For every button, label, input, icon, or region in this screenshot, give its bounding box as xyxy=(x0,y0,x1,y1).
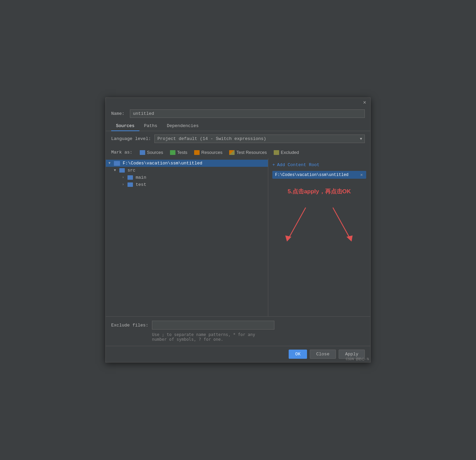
name-input[interactable] xyxy=(130,109,365,118)
ok-button[interactable]: OK xyxy=(289,350,307,359)
mark-test-resources-button[interactable]: Test Resources xyxy=(228,149,268,156)
language-level-label: Language level: xyxy=(111,136,151,141)
content-root-path: F:\Codes\vacation\ssm\untitled xyxy=(275,173,348,177)
tree-panel: ▼ F:\Codes\vacation\ssm\untitled ▼ src ›… xyxy=(106,158,268,316)
content-area: ▼ F:\Codes\vacation\ssm\untitled ▼ src ›… xyxy=(106,158,370,316)
svg-marker-1 xyxy=(285,235,291,242)
arrows-graphic xyxy=(278,201,360,245)
test-resources-folder-icon xyxy=(229,150,235,155)
language-level-select[interactable]: Project default (14 - Switch expressions… xyxy=(154,135,365,143)
mark-excluded-label: Excluded xyxy=(281,150,299,155)
exclude-files-row: Exclude files: xyxy=(111,321,365,330)
chevron-down-icon: ▼ xyxy=(108,161,113,165)
dialog-footer: OK Close Apply CSDN @初心·% xyxy=(106,346,370,362)
chevron-right-icon: › xyxy=(122,176,126,179)
main-folder-icon xyxy=(128,175,133,180)
tab-dependencies[interactable]: Dependencies xyxy=(162,121,204,131)
add-content-root-button[interactable]: + Add Content Root xyxy=(272,161,366,169)
mark-sources-button[interactable]: Sources xyxy=(138,149,165,156)
language-level-select-wrapper: Project default (14 - Switch expressions… xyxy=(154,135,365,143)
tab-sources[interactable]: Sources xyxy=(111,121,139,131)
annotation-container: 5.点击apply，再点击OK xyxy=(272,181,366,252)
add-content-root-label: Add Content Root xyxy=(277,162,320,167)
tab-paths[interactable]: Paths xyxy=(139,121,162,131)
tree-test-label: test xyxy=(136,182,146,187)
chevron-down-icon: ▼ xyxy=(114,169,118,172)
exclude-files-input[interactable] xyxy=(152,321,274,330)
close-button[interactable]: Close xyxy=(310,350,336,359)
mark-resources-button[interactable]: Resources xyxy=(193,149,224,156)
mark-tests-button[interactable]: Tests xyxy=(169,149,189,156)
bottom-area: Exclude files: Use ; to separate name pa… xyxy=(106,316,370,346)
content-root-item: F:\Codes\vacation\ssm\untitled × xyxy=(272,171,366,179)
tree-item-src[interactable]: ▼ src xyxy=(106,167,268,174)
right-panel: + Add Content Root F:\Codes\vacation\ssm… xyxy=(268,158,370,316)
tree-main-label: main xyxy=(136,175,146,180)
svg-line-2 xyxy=(333,208,350,238)
mark-test-resources-label: Test Resources xyxy=(236,150,267,155)
plus-icon: + xyxy=(272,162,275,167)
root-folder-icon xyxy=(114,161,120,166)
name-label: Name: xyxy=(111,111,126,116)
mark-as-row: Mark as: Sources Tests Resources Test Re… xyxy=(106,146,370,158)
csdn-watermark: CSDN @初心·% xyxy=(344,356,370,362)
svg-marker-3 xyxy=(346,235,353,242)
test-folder-icon xyxy=(128,182,133,187)
excluded-folder-icon xyxy=(274,150,279,155)
mark-tests-label: Tests xyxy=(177,150,187,155)
src-folder-icon xyxy=(119,168,125,173)
exclude-files-label: Exclude files: xyxy=(111,323,149,328)
mark-as-label: Mark as: xyxy=(111,150,134,155)
sources-folder-icon xyxy=(140,150,145,155)
tree-item-root[interactable]: ▼ F:\Codes\vacation\ssm\untitled xyxy=(106,160,268,167)
language-level-row: Language level: Project default (14 - Sw… xyxy=(106,131,370,146)
tree-item-main[interactable]: › main xyxy=(106,174,268,181)
exclude-files-hint: Use ; to separate name patterns, * for a… xyxy=(111,332,365,342)
svg-line-0 xyxy=(289,208,306,238)
tree-src-label: src xyxy=(128,168,135,173)
name-row: Name: xyxy=(106,107,370,121)
resources-folder-icon xyxy=(194,150,200,155)
annotation-text: 5.点击apply，再点击OK xyxy=(288,188,351,195)
title-bar: × xyxy=(106,98,370,107)
mark-resources-label: Resources xyxy=(201,150,222,155)
tests-folder-icon xyxy=(170,150,175,155)
tree-root-label: F:\Codes\vacation\ssm\untitled xyxy=(123,161,202,166)
mark-excluded-button[interactable]: Excluded xyxy=(272,149,300,156)
chevron-right-icon: › xyxy=(122,183,126,187)
tabs-bar: Sources Paths Dependencies xyxy=(106,121,370,131)
window-close-button[interactable]: × xyxy=(362,100,368,105)
tree-item-test[interactable]: › test xyxy=(106,181,268,188)
mark-sources-label: Sources xyxy=(147,150,163,155)
module-settings-dialog: × Name: Sources Paths Dependencies Langu… xyxy=(105,98,371,362)
content-root-close-button[interactable]: × xyxy=(359,172,363,177)
